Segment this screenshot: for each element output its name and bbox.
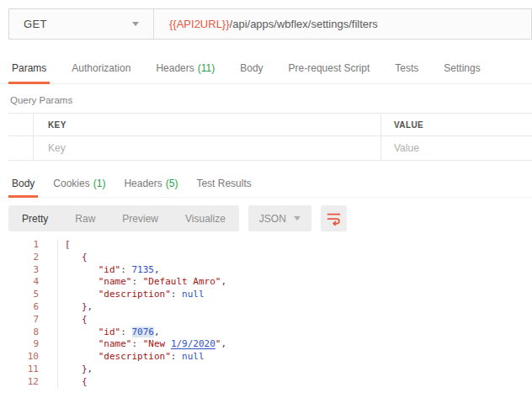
code-line-content: }, <box>57 364 532 376</box>
code-line-content: }, <box>57 301 532 314</box>
code-line-content: "name": "New 1/9/2020", <box>57 338 532 351</box>
code-line: 2 { <box>0 252 532 264</box>
url-input[interactable]: {{API2URL}}/api/apps/wbflex/settings/fil… <box>154 9 531 39</box>
tab-body[interactable]: Body <box>237 52 266 83</box>
method-dropdown[interactable]: GET <box>9 9 154 39</box>
query-params-header-row: KEY VALUE <box>8 114 532 136</box>
line-number: 3 <box>0 264 57 277</box>
chevron-down-icon <box>294 216 301 220</box>
tab-tests[interactable]: Tests <box>391 52 422 83</box>
line-number: 2 <box>0 252 57 264</box>
code-line-content: "id": 7076, <box>57 327 532 339</box>
code-line-content: "id": 7135, <box>57 264 532 277</box>
code-line: 8 "id": 7076, <box>0 327 532 339</box>
line-number: 5 <box>0 289 57 301</box>
code-line: 1[ <box>0 239 532 252</box>
tab-authorization[interactable]: Authorization <box>68 52 134 83</box>
response-body-editor[interactable]: 1[2 {3 "id": 7135,4 "name": "Default Amr… <box>0 239 532 389</box>
tab-settings[interactable]: Settings <box>440 52 483 83</box>
line-number: 12 <box>0 376 57 389</box>
row-handle-cell <box>8 114 34 135</box>
response-tab-cookies[interactable]: Cookies (1) <box>50 169 109 197</box>
key-column-header: KEY <box>48 120 66 130</box>
request-tabs: Params Authorization Headers (11) Body P… <box>0 52 532 84</box>
line-number: 11 <box>0 364 57 376</box>
response-tab-test-results[interactable]: Test Results <box>193 169 254 197</box>
tab-headers[interactable]: Headers (11) <box>152 52 218 83</box>
line-number: 8 <box>0 327 57 339</box>
code-line-content: { <box>57 314 532 327</box>
wrap-text-icon <box>327 211 341 226</box>
response-tab-headers[interactable]: Headers (5) <box>120 169 181 197</box>
view-raw-button[interactable]: Raw <box>61 205 109 231</box>
code-line: 9 "name": "New 1/9/2020", <box>0 338 532 351</box>
wrap-text-button[interactable] <box>321 205 347 231</box>
url-path: /api/apps/wbflex/settings/filters <box>230 18 378 30</box>
view-pretty-button[interactable]: Pretty <box>8 205 61 231</box>
cookies-count: (1) <box>93 178 106 189</box>
code-line: 12 { <box>0 376 532 389</box>
code-line: 4 "name": "Default Amro", <box>0 276 532 289</box>
line-number: 6 <box>0 301 57 314</box>
code-line: 6 }, <box>0 301 532 314</box>
tab-params[interactable]: Params <box>8 52 50 83</box>
code-line: 10 "description": null <box>0 351 532 364</box>
request-bar: GET {{API2URL}}/api/apps/wbflex/settings… <box>8 8 532 40</box>
view-visualize-button[interactable]: Visualize <box>172 205 239 231</box>
response-headers-count: (5) <box>166 178 178 189</box>
chevron-down-icon <box>132 22 139 26</box>
response-view-bar: Pretty Raw Preview Visualize JSON <box>8 205 532 231</box>
language-dropdown[interactable]: JSON <box>248 205 311 231</box>
view-mode-switch: Pretty Raw Preview Visualize <box>8 205 239 231</box>
code-lines: 1[2 {3 "id": 7135,4 "name": "Default Amr… <box>0 239 532 389</box>
query-params-table: KEY VALUE <box>8 113 532 161</box>
line-number: 10 <box>0 351 57 364</box>
view-preview-button[interactable]: Preview <box>109 205 172 231</box>
query-params-input-row <box>8 136 532 161</box>
value-column-header: VALUE <box>394 120 423 130</box>
code-line: 5 "description": null <box>0 289 532 301</box>
code-line-content: { <box>57 252 532 264</box>
response-tabs: Body Cookies (1) Headers (5) Test Result… <box>0 169 532 198</box>
query-params-label: Query Params <box>10 95 532 105</box>
code-line: 3 "id": 7135, <box>0 264 532 277</box>
code-line: 7 { <box>0 314 532 327</box>
tab-pre-request-script[interactable]: Pre-request Script <box>285 52 374 83</box>
line-number: 7 <box>0 314 57 327</box>
language-label: JSON <box>259 213 286 225</box>
code-line-content: { <box>57 376 532 389</box>
url-variable: {{API2URL}} <box>169 18 230 30</box>
code-line-content: "description": null <box>57 289 532 301</box>
method-label: GET <box>24 18 47 30</box>
code-line-content: "description": null <box>57 351 532 364</box>
param-key-input[interactable] <box>48 142 364 154</box>
param-value-input[interactable] <box>394 142 525 154</box>
code-line-content: [ <box>57 239 532 252</box>
line-number: 9 <box>0 338 57 351</box>
line-number: 4 <box>0 276 57 289</box>
row-handle-cell <box>8 136 34 160</box>
code-line: 11 }, <box>0 364 532 376</box>
headers-count: (11) <box>198 62 215 74</box>
code-line-content: "name": "Default Amro", <box>57 276 532 289</box>
line-number: 1 <box>0 239 57 252</box>
response-tab-body[interactable]: Body <box>8 169 38 197</box>
